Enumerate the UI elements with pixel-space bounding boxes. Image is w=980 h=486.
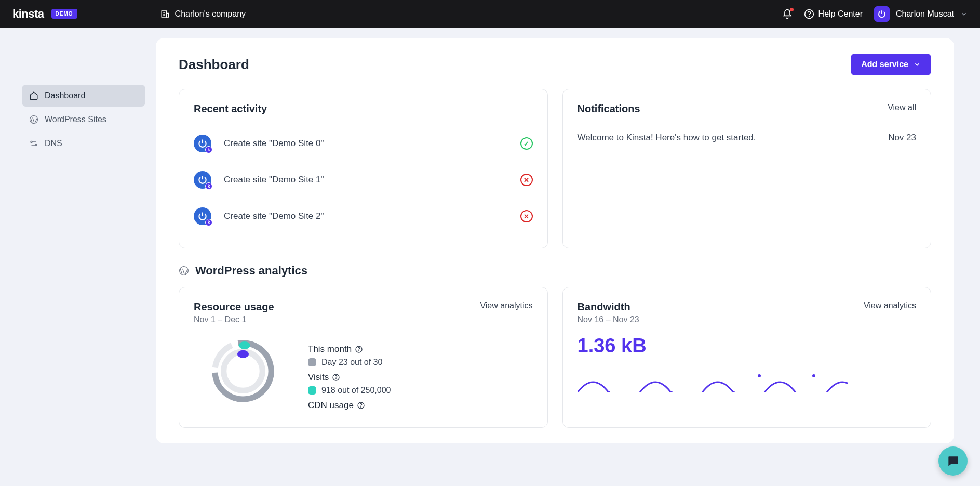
main: Dashboard Add service Recent activity kC… <box>156 28 980 486</box>
activity-text: Create site "Demo Site 0" <box>224 138 512 149</box>
recent-activity-panel: Recent activity kCreate site "Demo Site … <box>179 89 548 248</box>
dns-icon <box>29 139 38 148</box>
wordpress-icon <box>179 266 189 276</box>
help-icon <box>804 9 814 19</box>
demo-badge: DEMO <box>51 9 77 19</box>
activity-site-icon: k <box>194 135 211 152</box>
help-icon[interactable] <box>355 345 363 353</box>
svg-point-6 <box>809 16 809 16</box>
svg-point-17 <box>359 351 359 351</box>
sidebar-item-label: DNS <box>45 139 62 148</box>
resource-legend: This month Day 23 out of 30 Visits <box>308 339 391 414</box>
activity-text: Create site "Demo Site 2" <box>224 211 512 221</box>
wordpress-icon <box>29 115 38 124</box>
svg-rect-1 <box>166 13 169 17</box>
help-center-link[interactable]: Help Center <box>804 9 863 19</box>
activity-row[interactable]: kCreate site "Demo Site 1"✕ <box>194 162 533 198</box>
home-icon <box>29 91 38 100</box>
view-analytics-link[interactable]: View analytics <box>480 301 532 310</box>
svg-point-25 <box>758 374 761 377</box>
legend-row: Day 23 out of 30 <box>308 358 391 367</box>
svg-point-14 <box>239 341 250 349</box>
sidebar: Dashboard WordPress Sites DNS <box>0 28 156 486</box>
page-title: Dashboard <box>179 57 249 73</box>
this-month-label: This month <box>308 344 352 354</box>
status-success-icon: ✓ <box>520 137 533 150</box>
company-icon <box>160 9 170 19</box>
notification-date: Nov 23 <box>888 133 916 143</box>
swatch-teal <box>308 386 316 395</box>
analytics-section-head: WordPress analytics <box>179 264 931 278</box>
user-menu[interactable]: Charlon Muscat <box>874 6 968 22</box>
activity-site-icon: k <box>194 171 211 189</box>
notifications-bell[interactable] <box>782 9 793 19</box>
activity-text: Create site "Demo Site 1" <box>224 175 512 185</box>
legend-row: 918 out of 250,000 <box>308 386 391 395</box>
activity-row[interactable]: kCreate site "Demo Site 0"✓ <box>194 125 533 162</box>
add-service-button[interactable]: Add service <box>851 54 931 75</box>
notification-dot <box>790 8 794 11</box>
notifications-panel: Notifications View all Welcome to Kinsta… <box>562 89 932 248</box>
view-all-link[interactable]: View all <box>888 103 916 112</box>
brand-logo[interactable]: kinsta <box>12 7 44 21</box>
notification-row[interactable]: Welcome to Kinsta! Here's how to get sta… <box>578 125 917 150</box>
chat-icon <box>946 454 960 468</box>
panel-title: Resource usage <box>194 301 274 313</box>
visits-value: 918 out of 250,000 <box>321 386 391 395</box>
svg-point-19 <box>336 379 337 379</box>
sidebar-item-dns[interactable]: DNS <box>22 133 145 154</box>
bandwidth-chart <box>578 366 917 392</box>
resource-usage-panel: Resource usage Nov 1 – Dec 1 View analyt… <box>179 287 548 428</box>
add-service-label: Add service <box>861 60 908 69</box>
date-range: Nov 1 – Dec 1 <box>194 315 274 324</box>
section-title: WordPress analytics <box>195 264 307 278</box>
user-name: Charlon Muscat <box>896 9 954 19</box>
svg-point-9 <box>35 145 37 146</box>
chevron-down-icon <box>914 61 921 68</box>
panel-title: Notifications <box>578 103 640 115</box>
sidebar-item-label: Dashboard <box>45 91 85 100</box>
sidebar-item-wordpress-sites[interactable]: WordPress Sites <box>22 109 145 130</box>
sidebar-item-label: WordPress Sites <box>45 115 106 124</box>
notification-text: Welcome to Kinsta! Here's how to get sta… <box>578 133 756 143</box>
panel-title: Bandwidth <box>578 301 639 313</box>
swatch-gray <box>308 358 316 366</box>
date-range: Nov 16 – Nov 23 <box>578 315 639 324</box>
activity-site-icon: k <box>194 207 211 225</box>
panel-title: Recent activity <box>194 103 267 115</box>
bandwidth-panel: Bandwidth Nov 16 – Nov 23 View analytics… <box>562 287 932 428</box>
help-icon[interactable] <box>332 373 340 382</box>
svg-point-21 <box>361 407 361 408</box>
chat-widget[interactable] <box>938 446 968 476</box>
cdn-label: CDN usage <box>308 400 354 411</box>
svg-point-15 <box>237 350 249 358</box>
svg-point-8 <box>31 141 32 143</box>
company-selector[interactable]: Charlon's company <box>160 9 246 19</box>
this-month-value: Day 23 out of 30 <box>321 358 382 367</box>
company-name: Charlon's company <box>175 9 246 19</box>
bandwidth-value: 1.36 kB <box>578 335 917 357</box>
power-icon <box>877 9 887 19</box>
topbar: kinsta DEMO Charlon's company Help Cente… <box>0 0 980 28</box>
visits-label: Visits <box>308 372 329 383</box>
view-analytics-link[interactable]: View analytics <box>864 301 916 310</box>
chevron-down-icon <box>960 10 968 18</box>
resource-usage-chart <box>194 335 292 408</box>
svg-point-26 <box>812 374 815 377</box>
help-icon[interactable] <box>357 401 365 410</box>
avatar <box>874 6 890 22</box>
help-center-label: Help Center <box>818 9 863 19</box>
status-fail-icon: ✕ <box>520 174 533 186</box>
activity-row[interactable]: kCreate site "Demo Site 2"✕ <box>194 198 533 234</box>
sidebar-item-dashboard[interactable]: Dashboard <box>22 85 145 107</box>
status-fail-icon: ✕ <box>520 210 533 222</box>
